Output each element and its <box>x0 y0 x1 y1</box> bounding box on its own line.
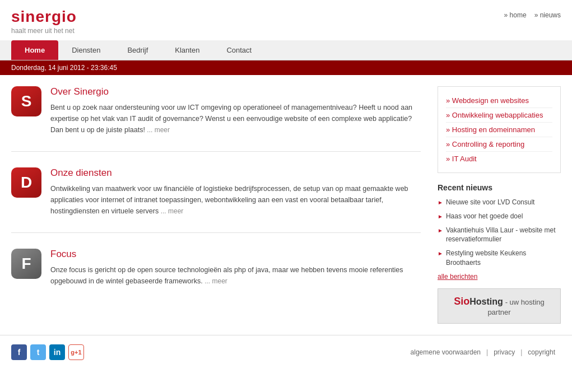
section-onze-diensten: D Onze diensten Ontwikkeling van maatwer… <box>11 167 421 233</box>
nav-item-klanten[interactable]: Klanten <box>161 40 213 60</box>
logo-tagline: haalt meer uit het net <box>11 27 77 35</box>
content-left: S Over Sinergio Bent u op zoek naar onde… <box>11 86 438 324</box>
section-icon-s: S <box>11 86 41 116</box>
header-nav: » home » nieuws <box>504 8 561 19</box>
section-icon-d: D <box>11 167 41 198</box>
content-right: » Webdesign en websites » Ontwikkeling w… <box>438 86 561 324</box>
logo-area: sinergio haalt meer uit het net <box>11 8 77 35</box>
section-over-sinergio-body: Bent u op zoek naar ondersteuning voor u… <box>50 102 421 136</box>
all-posts-link[interactable]: alle berichten <box>438 273 477 281</box>
section-onze-diensten-text: Onze diensten Ontwikkeling van maatwerk … <box>50 167 421 217</box>
news-arrow-3: ► <box>438 250 443 258</box>
news-arrow-0: ► <box>438 199 443 207</box>
header: sinergio haalt meer uit het net » home »… <box>0 0 572 40</box>
section-over-sinergio-title: Over Sinergio <box>50 86 421 97</box>
social-linkedin[interactable]: in <box>49 344 65 360</box>
sidebar-link-webapplicaties[interactable]: » Ontwikkeling webapplicaties <box>446 108 552 123</box>
social-googleplus[interactable]: g+1 <box>68 344 84 360</box>
hosting-banner[interactable]: SioHosting - uw hosting partner <box>438 288 561 324</box>
section-onze-diensten-more[interactable]: ... meer <box>161 207 184 215</box>
nav-item-bedrijf[interactable]: Bedrijf <box>114 40 161 60</box>
recent-news: Recent nieuws ► Nieuwe site voor LVD Con… <box>438 183 561 281</box>
news-item-2: ► Vakantiehuis Villa Laur - website met … <box>438 226 561 245</box>
news-arrow-2: ► <box>438 227 443 235</box>
sidebar-link-controlling[interactable]: » Controlling & reporting <box>446 137 552 152</box>
nav-item-diensten[interactable]: Diensten <box>58 40 114 60</box>
sidebar-link-itaudit[interactable]: » IT Audit <box>446 152 552 166</box>
section-focus: F Focus Onze focus is gericht op de open… <box>11 249 421 302</box>
section-focus-title: Focus <box>50 249 421 260</box>
section-focus-text: Focus Onze focus is gericht op de open s… <box>50 249 421 287</box>
nav-item-home[interactable]: Home <box>11 40 58 60</box>
footer-link-copyright[interactable]: copyright <box>522 348 561 356</box>
section-onze-diensten-title: Onze diensten <box>50 167 421 179</box>
section-over-sinergio-more[interactable]: ... meer <box>147 126 170 134</box>
section-over-sinergio-text: Over Sinergio Bent u op zoek naar onders… <box>50 86 421 136</box>
section-over-sinergio: S Over Sinergio Bent u op zoek naar onde… <box>11 86 421 152</box>
sidebar-links: » Webdesign en websites » Ontwikkeling w… <box>438 86 561 173</box>
section-focus-body: Onze focus is gericht op de open source … <box>50 264 421 287</box>
social-facebook[interactable]: f <box>11 344 27 360</box>
social-twitter[interactable]: t <box>30 344 46 360</box>
hosting-sio: SioHosting <box>454 297 503 306</box>
news-item-3: ► Restyling website Keukens Broothaerts <box>438 249 561 268</box>
header-home-link[interactable]: » home <box>504 11 527 19</box>
nav-item-contact[interactable]: Contact <box>213 40 265 60</box>
news-arrow-1: ► <box>438 213 443 221</box>
section-icon-f: F <box>11 249 41 279</box>
date-text: Donderdag, 14 juni 2012 - 23:36:45 <box>11 64 117 72</box>
header-nieuws-link[interactable]: » nieuws <box>534 11 561 19</box>
news-item-1: ► Haas voor het goede doel <box>438 212 561 221</box>
footer: f t in g+1 algemene voorwaarden | privac… <box>0 335 572 369</box>
footer-link-privacy[interactable]: privacy <box>488 348 520 356</box>
sidebar-link-hosting[interactable]: » Hosting en domeinnamen <box>446 123 552 137</box>
news-link-0[interactable]: Nieuwe site voor LVD Consult <box>446 198 535 207</box>
main-content: S Over Sinergio Bent u op zoek naar onde… <box>0 75 572 335</box>
recent-news-title: Recent nieuws <box>438 183 561 192</box>
news-item-0: ► Nieuwe site voor LVD Consult <box>438 198 561 207</box>
footer-link-algemene[interactable]: algemene voorwaarden <box>405 348 486 356</box>
logo-title: sinergio <box>11 8 77 26</box>
news-link-3[interactable]: Restyling website Keukens Broothaerts <box>446 249 561 268</box>
section-focus-more[interactable]: ... meer <box>204 277 227 285</box>
news-link-2[interactable]: Vakantiehuis Villa Laur - website met re… <box>446 226 561 245</box>
section-onze-diensten-body: Ontwikkeling van maatwerk voor uw financ… <box>50 183 421 217</box>
nav-bar: Home Diensten Bedrijf Klanten Contact <box>0 40 572 60</box>
sidebar-link-webdesign[interactable]: » Webdesign en websites <box>446 94 552 108</box>
footer-links: algemene voorwaarden | privacy | copyrig… <box>405 348 561 356</box>
footer-social: f t in g+1 <box>11 344 84 360</box>
date-bar: Donderdag, 14 juni 2012 - 23:36:45 <box>0 60 572 75</box>
news-link-1[interactable]: Haas voor het goede doel <box>446 212 523 221</box>
